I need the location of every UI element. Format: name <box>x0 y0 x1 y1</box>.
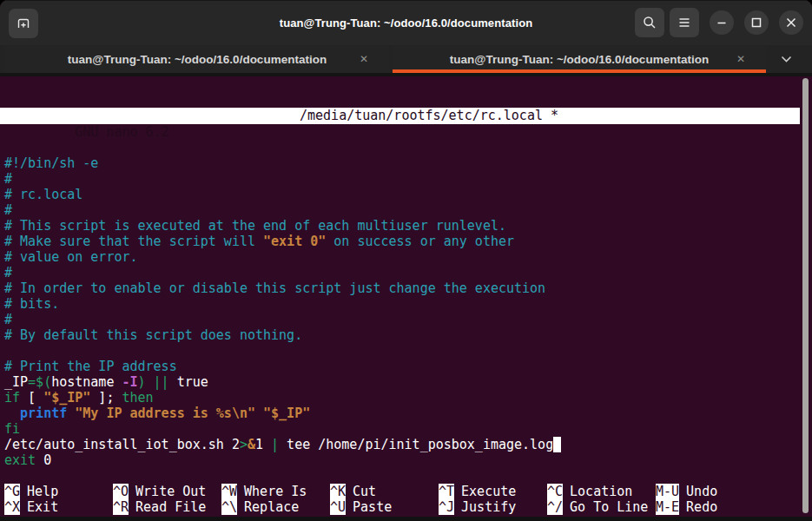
terminal-window: tuan@Trung-Tuan: ~/odoo/16.0/documentati… <box>0 0 812 521</box>
shortcut-where-is: ^WWhere Is <box>221 484 330 499</box>
shortcut-key: M-U <box>656 484 679 499</box>
shortcut-label: Write Out <box>135 484 206 499</box>
editor-line: # <box>4 265 812 280</box>
editor-line: /etc/auto_install_iot_box.sh 2>&1 | tee … <box>4 437 812 452</box>
code-token <box>67 406 75 421</box>
code-token: # <box>4 202 12 218</box>
shortcut-justify: ^JJustify <box>439 499 547 515</box>
code-token: || <box>154 374 169 390</box>
code-token: then <box>122 390 153 406</box>
shortcut-key: ^K <box>330 484 346 499</box>
shortcut-label: Help <box>27 484 58 499</box>
code-token: # rc.local <box>4 187 83 202</box>
maximize-icon <box>750 16 762 29</box>
code-token: # By default this script does nothing. <box>4 327 302 343</box>
shortcut-undo: M-UUndo <box>656 484 764 499</box>
menu-button[interactable] <box>670 8 699 37</box>
shortcut-key: ^O <box>113 484 129 499</box>
code-token: -I <box>122 374 137 390</box>
editor-line: _IP=$(hostname -I) || true <box>4 374 812 390</box>
code-token: if <box>4 390 20 406</box>
shortcut-label: Execute <box>461 484 516 499</box>
code-token: exit <box>4 452 36 468</box>
tab-documentation-1[interactable]: tuan@Trung-Tuan: ~/odoo/16.0/documentati… <box>5 45 389 73</box>
shortcut-location: ^CLocation <box>547 484 656 499</box>
text-cursor <box>553 437 561 452</box>
shortcut-key: ^R <box>113 499 129 515</box>
editor-line: # value on error. <box>4 249 812 265</box>
shortcut-go-to-line: ^/Go To Line <box>547 499 656 515</box>
shortcut-exit: ^XExit <box>4 499 113 515</box>
shortcut-label: Cut <box>353 484 376 499</box>
editor-line: # <box>4 202 812 218</box>
editor-line: fi <box>4 421 812 437</box>
shortcut-key: ^J <box>439 499 454 515</box>
nano-file-path: /media/tuan/rootfs/etc/rc.local * <box>300 108 558 124</box>
nano-version-label: GNU nano 6.2 <box>59 124 168 140</box>
code-token: printf <box>20 406 67 421</box>
code-token: | <box>271 437 279 452</box>
code-token: # bits. <box>4 296 59 312</box>
code-token: # This script is executed at the end of … <box>4 218 506 234</box>
editor-line: # <box>4 171 812 187</box>
code-token: 1 <box>255 437 271 452</box>
search-button[interactable] <box>635 8 664 37</box>
editor-line: #!/bin/sh -e <box>4 155 812 171</box>
editor-line: exit 0 <box>4 452 812 468</box>
nano-titlebar: GNU nano 6.2 /media/tuan/rootfs/etc/rc.l… <box>0 108 800 124</box>
shortcut-label: Replace <box>244 499 299 515</box>
tab-title: tuan@Trung-Tuan: ~/odoo/16.0/documentati… <box>450 53 709 66</box>
shortcut-key: ^/ <box>547 499 563 515</box>
close-button[interactable] <box>779 10 803 35</box>
shortcut-key: ^T <box>439 484 454 499</box>
nano-shortcut-bar: ^GHelp^OWrite Out^WWhere Is^KCut^TExecut… <box>4 484 764 515</box>
minimize-icon <box>716 16 728 29</box>
window-bottom-edge <box>0 517 812 521</box>
tab-close-icon[interactable]: ✕ <box>736 54 745 64</box>
tab-documentation-2[interactable]: tuan@Trung-Tuan: ~/odoo/16.0/documentati… <box>393 45 766 73</box>
code-token: =$( <box>28 374 51 390</box>
tab-bar: tuan@Trung-Tuan: ~/odoo/16.0/documentati… <box>0 45 812 73</box>
shortcut-key: ^G <box>4 484 20 499</box>
code-token: ]; <box>90 390 122 406</box>
terminal-content[interactable]: GNU nano 6.2 /media/tuan/rootfs/etc/rc.l… <box>0 76 812 521</box>
code-token: # Make sure that the script will <box>4 234 263 249</box>
code-token: "$_IP" <box>43 390 90 406</box>
code-token: "$_IP" <box>263 406 310 421</box>
shortcut-label: Redo <box>686 499 717 515</box>
tab-close-icon[interactable]: ✕ <box>360 54 368 64</box>
code-token: & <box>248 437 255 452</box>
tab-title: tuan@Trung-Tuan: ~/odoo/16.0/documentati… <box>68 53 327 66</box>
editor-line: # <box>4 312 812 327</box>
shortcut-label: Undo <box>686 484 717 499</box>
chevron-down-icon <box>781 56 792 63</box>
editor-line: printf "My IP address is %s\n" "$_IP" <box>4 406 812 421</box>
shortcut-label: Where Is <box>244 484 307 499</box>
shortcut-key: M-E <box>656 499 679 515</box>
editor-line: # Make sure that the script will "exit 0… <box>4 234 812 249</box>
shortcut-label: Read File <box>135 499 206 515</box>
shortcut-execute: ^TExecute <box>439 484 547 499</box>
code-token: hostname <box>51 374 122 390</box>
shortcut-write-out: ^OWrite Out <box>113 484 221 499</box>
tab-list-chevron-button[interactable] <box>767 45 805 73</box>
maximize-button[interactable] <box>744 10 769 35</box>
editor-line: # By default this script does nothing. <box>4 327 812 343</box>
code-token: "exit 0" <box>263 234 326 249</box>
minimize-button[interactable] <box>710 10 734 35</box>
editor-line: # rc.local <box>4 187 812 202</box>
shortcut-label: Location <box>570 484 632 499</box>
shortcut-help: ^GHelp <box>4 484 113 499</box>
shortcut-label: Exit <box>27 499 58 515</box>
close-icon <box>785 16 797 29</box>
code-token: # <box>4 312 12 327</box>
shortcut-key: ^U <box>330 499 346 515</box>
search-icon <box>642 15 657 30</box>
editor-line: # bits. <box>4 296 812 312</box>
code-token: fi <box>4 421 20 437</box>
scrollbar[interactable] <box>802 78 809 513</box>
shortcut-label: Justify <box>461 499 516 515</box>
code-token: _IP <box>4 374 28 390</box>
code-token: > <box>240 437 248 452</box>
titlebar: tuan@Trung-Tuan: ~/odoo/16.0/documentati… <box>0 0 812 45</box>
